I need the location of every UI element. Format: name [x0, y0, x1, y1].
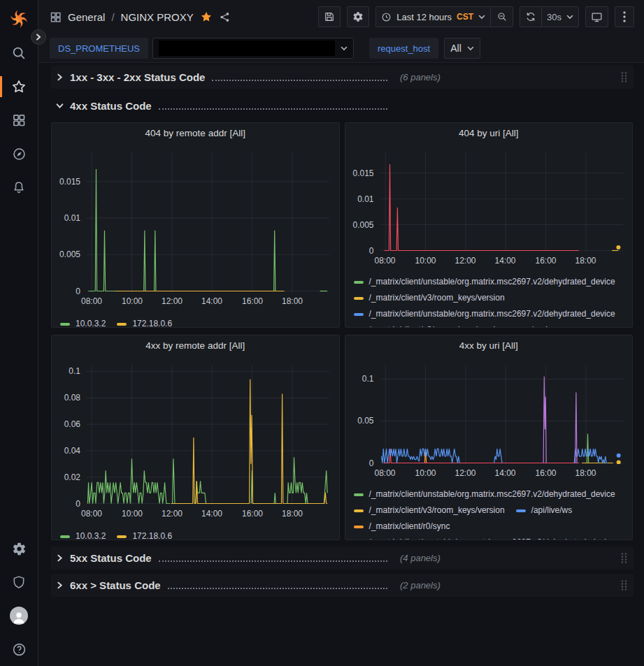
row-header-4xx[interactable]: 4xx Status Code — [51, 94, 634, 117]
legend-item[interactable]: /api/live/ws — [516, 502, 573, 519]
legend-item[interactable]: /_matrix/client/r0/sync — [354, 519, 450, 535]
legend-label: /_matrix/client/v3/room_keys/version — [369, 502, 505, 519]
legend-item[interactable]: /_matrix/client/unstable/org.matrix.msc2… — [354, 274, 615, 290]
legend-color-swatch — [60, 535, 70, 538]
chart-svg — [87, 365, 329, 505]
x-tick-label: 14:00 — [494, 256, 515, 266]
chart-plot[interactable] — [87, 365, 329, 505]
tv-mode-button[interactable] — [585, 6, 608, 27]
sidebar-item-dashboards[interactable] — [0, 112, 38, 129]
chart-legend: 10.0.3.2172.18.0.6 — [60, 528, 339, 540]
y-axis: 00.0050.010.015 — [52, 152, 82, 328]
variable-label-ds-prometheus[interactable]: DS_PROMETHEUS — [50, 38, 148, 59]
chart-plot[interactable] — [380, 152, 623, 252]
panel-4xx-by-remote-addr: 4xx by remote addr [All] 00.020.040.060.… — [51, 335, 340, 540]
row-dots — [168, 588, 387, 589]
legend-item[interactable]: /_matrix/client/unstable/org.matrix.msc2… — [354, 306, 615, 322]
refresh-icon — [525, 11, 536, 22]
x-tick-label: 16:00 — [242, 509, 263, 519]
refresh-button[interactable] — [520, 6, 542, 27]
row-title: 6xx > Status Code — [70, 579, 161, 591]
zoom-out-icon — [496, 11, 508, 22]
x-tick-label: 08:00 — [374, 468, 395, 478]
chart-plot[interactable] — [87, 152, 329, 292]
sidebar-item-server-admin[interactable] — [0, 574, 38, 591]
chevron-right-icon — [56, 581, 64, 589]
save-icon — [324, 11, 335, 22]
kebab-menu-button[interactable] — [615, 6, 634, 27]
breadcrumb-section[interactable]: General — [68, 11, 105, 23]
refresh-interval-dropdown[interactable]: 30s — [542, 6, 579, 27]
refresh-group: 30s — [520, 6, 579, 27]
expand-sidebar-button[interactable] — [31, 29, 46, 45]
chevron-right-icon — [56, 73, 64, 81]
time-range-picker[interactable]: Last 12 hours CST — [375, 6, 491, 27]
legend-color-swatch — [354, 509, 364, 512]
dashboard-settings-button[interactable] — [347, 6, 369, 27]
save-dashboard-button[interactable] — [318, 6, 341, 27]
x-tick-label: 14:00 — [494, 468, 515, 478]
sidebar-item-alerting[interactable] — [0, 179, 38, 196]
request-host-variable-dropdown[interactable]: All — [444, 38, 480, 59]
legend-item[interactable]: /_matrix/client/v3/room_keys/version — [354, 502, 505, 519]
panel-title[interactable]: 4xx by remote addr [All] — [52, 335, 339, 358]
row-drag-handle[interactable] — [620, 71, 628, 83]
legend-item[interactable]: 10.0.3.2 — [60, 316, 106, 328]
row-panel-count: (6 panels) — [400, 72, 441, 82]
datasource-variable-dropdown[interactable] — [152, 38, 354, 59]
legend-item[interactable]: /_matrix/client/unstable/org.matrix.msc2… — [354, 486, 615, 502]
panel-404-by-uri: 404 by uri [All] 00.0050.010.015 08:0010… — [345, 122, 634, 328]
dashboards-breadcrumb-icon[interactable] — [50, 11, 62, 23]
toolbar-actions: Last 12 hours CST — [318, 6, 634, 27]
chevron-down-icon — [341, 45, 348, 52]
row-header-6xx[interactable]: 6xx > Status Code (2 panels) — [51, 574, 634, 597]
help-icon — [12, 642, 27, 657]
panel-title[interactable]: 4xx by uri [All] — [345, 335, 633, 358]
row-drag-handle[interactable] — [620, 579, 628, 591]
legend-item[interactable]: 172.18.0.6 — [117, 528, 172, 540]
variable-label-request-host[interactable]: request_host — [369, 38, 438, 59]
dashboard-title[interactable]: NGINX PROXY — [121, 11, 194, 23]
row-header-5xx[interactable]: 5xx Status Code (4 panels) — [51, 546, 634, 570]
panel-title[interactable]: 404 by uri [All] — [345, 123, 633, 145]
legend-item[interactable]: 10.0.3.2 — [60, 528, 106, 540]
x-tick-label: 16:00 — [535, 468, 556, 478]
zoom-out-button[interactable] — [491, 6, 513, 27]
legend-item[interactable]: 172.18.0.6 — [117, 316, 172, 328]
sidebar-item-configuration[interactable] — [0, 540, 38, 557]
y-axis: 00.020.040.060.080.1 — [52, 365, 82, 540]
sidebar-item-profile[interactable] — [0, 607, 38, 624]
row-header-1xx-3xx-2xx[interactable]: 1xx - 3xx - 2xx Status Code (6 panels) — [51, 66, 634, 89]
chart-plot[interactable] — [380, 365, 623, 464]
grafana-logo[interactable] — [8, 8, 29, 29]
sidebar-item-starred[interactable] — [0, 78, 38, 95]
sidebar-item-help[interactable] — [0, 641, 38, 658]
y-tick-label: 0 — [369, 458, 374, 468]
x-tick-label: 18:00 — [575, 468, 596, 478]
legend-color-swatch — [516, 509, 526, 512]
y-tick-label: 0.06 — [64, 419, 80, 429]
legend-item[interactable]: /sw.js — [516, 322, 552, 328]
panel-title[interactable]: 404 by remote addr [All] — [52, 123, 339, 145]
x-tick-label: 14:00 — [201, 296, 222, 306]
y-tick-label: 0.005 — [59, 249, 80, 259]
legend-item[interactable]: /_matrix/client/v3/room_keys/version — [354, 290, 505, 306]
shield-icon — [12, 575, 26, 589]
favorite-star-icon[interactable] — [200, 10, 213, 23]
legend-label: /_matrix/client/unstable/org.matrix.msc2… — [369, 274, 615, 290]
legend-item[interactable]: /_matrix/client/unstable/org.matrix.msc2… — [354, 535, 615, 540]
panel-404-by-remote-addr: 404 by remote addr [All] 00.0050.010.015… — [51, 122, 340, 328]
sidebar-item-search[interactable] — [0, 45, 38, 61]
legend-color-swatch — [60, 323, 70, 326]
share-icon[interactable] — [219, 11, 231, 23]
row-drag-handle[interactable] — [620, 552, 628, 564]
chart-legend: /_matrix/client/unstable/org.matrix.msc2… — [354, 486, 633, 540]
chart-legend: /_matrix/client/unstable/org.matrix.msc2… — [354, 274, 633, 328]
legend-label: /sw.js — [531, 322, 552, 328]
gear-icon — [12, 542, 27, 556]
row-dots — [159, 560, 387, 562]
chart-svg — [87, 152, 329, 292]
legend-item[interactable]: /_matrix/client/v3/room_keys/version — [354, 322, 505, 328]
sidebar-item-explore[interactable] — [0, 145, 38, 162]
time-range-label: Last 12 hours — [396, 12, 452, 22]
